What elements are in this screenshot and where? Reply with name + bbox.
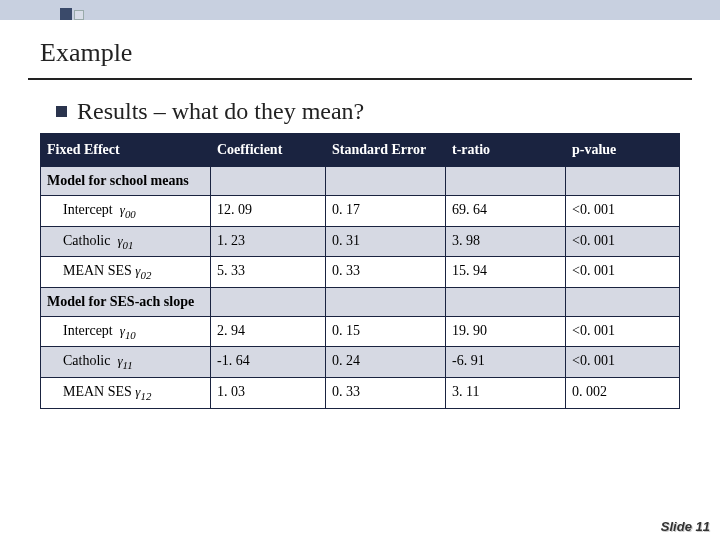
row-t: 15. 94	[446, 257, 566, 288]
row-se: 0. 24	[326, 347, 446, 378]
gamma-symbol: γ10	[120, 323, 136, 338]
section-label: Model for SES-ach slope	[41, 287, 211, 316]
table-row: Catholic γ11 -1. 64 0. 24 -6. 91 <0. 001	[41, 347, 680, 378]
row-se: 0. 33	[326, 257, 446, 288]
col-coefficient: Coefficient	[211, 134, 326, 167]
row-label: Catholic γ01	[41, 226, 211, 257]
row-p: <0. 001	[566, 347, 680, 378]
table-row: Intercept γ10 2. 94 0. 15 19. 90 <0. 001	[41, 316, 680, 347]
row-coef: 2. 94	[211, 316, 326, 347]
row-t: -6. 91	[446, 347, 566, 378]
row-coef: 12. 09	[211, 196, 326, 227]
section-label: Model for school means	[41, 167, 211, 196]
row-coef: 5. 33	[211, 257, 326, 288]
col-standard-error: Standard Error	[326, 134, 446, 167]
results-table: Fixed Effect Coefficient Standard Error …	[40, 133, 680, 409]
row-coef: -1. 64	[211, 347, 326, 378]
row-se: 0. 31	[326, 226, 446, 257]
slide-number: Slide 11	[661, 519, 710, 534]
row-label: MEAN SES γ02	[41, 257, 211, 288]
row-label: Catholic γ11	[41, 347, 211, 378]
row-t: 69. 64	[446, 196, 566, 227]
row-se: 0. 17	[326, 196, 446, 227]
row-label: Intercept γ00	[41, 196, 211, 227]
accent-square-light	[74, 10, 84, 20]
section-header-ses-slope: Model for SES-ach slope	[41, 287, 680, 316]
row-coef: 1. 23	[211, 226, 326, 257]
col-fixed-effect: Fixed Effect	[41, 134, 211, 167]
subtitle: Results – what do they mean?	[77, 98, 364, 125]
row-label: Intercept γ10	[41, 316, 211, 347]
section-header-school-means: Model for school means	[41, 167, 680, 196]
page-title: Example	[0, 20, 720, 68]
row-p: <0. 001	[566, 257, 680, 288]
row-se: 0. 15	[326, 316, 446, 347]
table-row: Catholic γ01 1. 23 0. 31 3. 98 <0. 001	[41, 226, 680, 257]
row-p: <0. 001	[566, 226, 680, 257]
gamma-symbol: γ01	[117, 233, 133, 248]
bullet-icon	[56, 106, 67, 117]
row-t: 3. 98	[446, 226, 566, 257]
table-row: MEAN SES γ12 1. 03 0. 33 3. 11 0. 002	[41, 377, 680, 408]
gamma-symbol: γ00	[120, 202, 136, 217]
row-p: <0. 001	[566, 316, 680, 347]
accent-square-dark	[60, 8, 72, 20]
gamma-symbol: γ02	[135, 263, 151, 278]
subtitle-row: Results – what do they mean?	[0, 80, 720, 133]
row-t: 19. 90	[446, 316, 566, 347]
row-label: MEAN SES γ12	[41, 377, 211, 408]
slide-top-accent	[0, 0, 720, 20]
gamma-symbol: γ11	[117, 353, 132, 368]
col-p-value: p-value	[566, 134, 680, 167]
row-p: 0. 002	[566, 377, 680, 408]
gamma-symbol: γ12	[135, 384, 151, 399]
row-coef: 1. 03	[211, 377, 326, 408]
table-row: Intercept γ00 12. 09 0. 17 69. 64 <0. 00…	[41, 196, 680, 227]
row-se: 0. 33	[326, 377, 446, 408]
row-p: <0. 001	[566, 196, 680, 227]
col-t-ratio: t-ratio	[446, 134, 566, 167]
table-header-row: Fixed Effect Coefficient Standard Error …	[41, 134, 680, 167]
table-row: MEAN SES γ02 5. 33 0. 33 15. 94 <0. 001	[41, 257, 680, 288]
row-t: 3. 11	[446, 377, 566, 408]
